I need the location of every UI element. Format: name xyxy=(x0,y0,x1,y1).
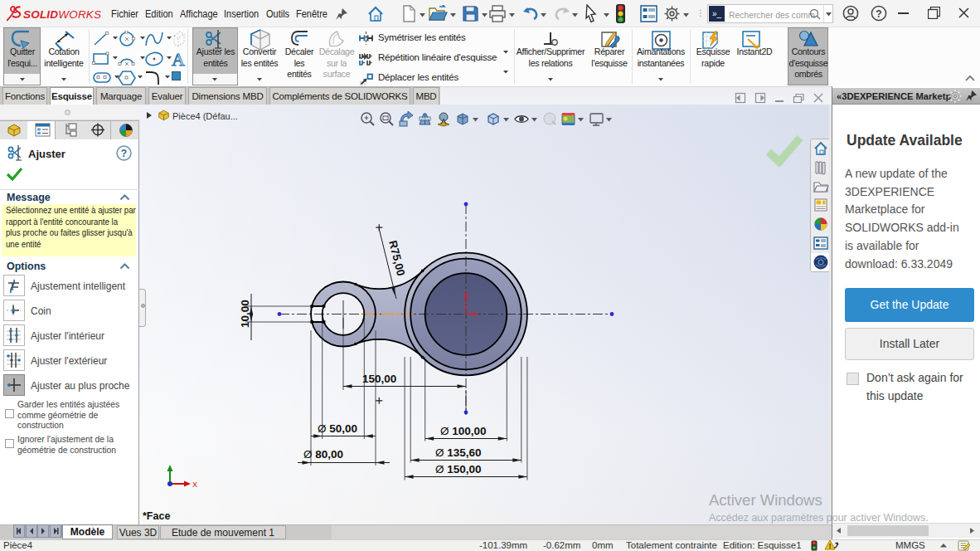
svg-text:A: A xyxy=(172,50,185,68)
svg-text:Ø 50,00: Ø 50,00 xyxy=(318,422,357,435)
svg-text:Ø 100,00: Ø 100,00 xyxy=(440,425,487,437)
svg-text:150,00: 150,00 xyxy=(362,373,396,385)
svg-text:X: X xyxy=(192,480,197,489)
svg-text:?: ? xyxy=(876,8,881,20)
svg-text:Ø 80,00: Ø 80,00 xyxy=(303,448,343,461)
svg-text:Ø 150,00: Ø 150,00 xyxy=(435,463,482,475)
svg-text:!: ! xyxy=(829,542,832,550)
svg-text:?: ? xyxy=(121,148,127,159)
svg-text:10,00: 10,00 xyxy=(239,300,251,328)
svg-text:Ø 135,60: Ø 135,60 xyxy=(435,446,482,459)
svg-text:SOLIDWORKS: SOLIDWORKS xyxy=(23,8,101,21)
